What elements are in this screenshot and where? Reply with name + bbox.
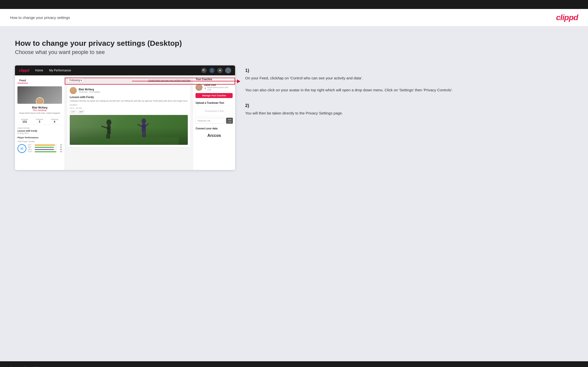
trackman-title: Upload a Trackman Test [196, 102, 233, 104]
post-tags: OTT APP [70, 110, 188, 113]
annotation-arrowhead [237, 79, 240, 83]
app-navbar: clippd Home My Performance 🔍 👤 ✚ 👤 [15, 65, 235, 75]
stat-activities-value: 131 [21, 120, 28, 123]
post-avatar [70, 87, 77, 94]
instruction-1: 1) On your Feed, click/tap on 'Control w… [245, 68, 573, 93]
plus-icon[interactable]: ✚ [217, 68, 223, 73]
stat-following-value: 4 [51, 120, 58, 123]
bar-ott: OTT 90 [28, 144, 62, 146]
feed-tab[interactable]: Feed [17, 78, 28, 83]
svg-rect-0 [79, 137, 179, 145]
svg-rect-11 [144, 132, 146, 137]
manage-coaches-button[interactable]: Manage Your Coaches [196, 93, 233, 98]
profile-avatar-inner [36, 98, 43, 104]
trackman-section: Upload a Trackman Test Trackman Link Add… [196, 102, 233, 124]
following-row: Following ▾ Control who can see your act… [67, 78, 190, 83]
app-nav-my-performance[interactable]: My Performance [49, 69, 71, 72]
app-stats: Activities 131 Followers 3 Following 4 [17, 117, 62, 125]
quality-row: 92 OTT 90 APP 85 [17, 144, 62, 153]
bar-arg: ARG 86 [28, 149, 62, 150]
app-logo: clippd [19, 68, 29, 72]
post-image-svg [70, 115, 188, 145]
svg-point-1 [106, 119, 111, 125]
site-footer: Copyright Clippd 2022 [0, 361, 588, 367]
svg-rect-4 [106, 134, 108, 139]
user-avatar[interactable]: 👤 [225, 67, 231, 73]
stat-followers-label: Followers [36, 118, 43, 120]
instruction-1-text: On your Feed, click/tap on 'Control who … [245, 75, 573, 93]
page-title: How to change your privacy settings [10, 15, 70, 20]
clippd-logo: clippd [556, 13, 578, 22]
latest-date: 03 Aug 2022 [17, 132, 62, 134]
bar-putt: PUTT 96 [28, 151, 62, 153]
annotation-line [132, 81, 240, 81]
quality-bars: OTT 90 APP 85 ARG [28, 144, 62, 153]
quality-label: Total Player Quality [17, 140, 62, 143]
connect-title: Connect your data [196, 127, 233, 130]
connect-section: Connect your data Arccos [196, 127, 233, 140]
performance-header: Player Performance [17, 136, 62, 139]
tag-ott: OTT [70, 110, 77, 113]
stat-following-label: Following [51, 118, 58, 120]
profile-cover-image [17, 86, 62, 104]
coach-name: David Ford [204, 84, 233, 86]
coach-info: David Ford 📍 Royal North Devon Golf Club [204, 84, 233, 91]
latest-value: Lesson with Fordy [17, 130, 62, 132]
add-link-button[interactable]: Add Link [226, 118, 233, 124]
app-body: Feed Blair McHarg Plus Handicap Royal No… [15, 75, 235, 170]
hero-title: How to change your privacy settings (Des… [15, 39, 573, 48]
post-description: Looking to feel like my hands are exitin… [70, 100, 188, 102]
tag-app: APP [78, 110, 85, 113]
app-right-panel: Your Coaches David Ford 📍 Royal North De… [193, 75, 235, 170]
site-header: How to change your privacy settings clip… [0, 9, 588, 27]
connect-brand: Arccos [196, 131, 233, 140]
profile-name: Blair McHarg [17, 106, 62, 109]
svg-rect-5 [108, 134, 110, 139]
stat-followers: Followers 3 [36, 118, 43, 123]
svg-point-6 [141, 118, 146, 124]
post-author-info: Blair McHarg Yesterday · Sunningdale [79, 88, 100, 93]
coach-club: 📍 Royal North Devon Golf Club [204, 86, 233, 91]
latest-label: Latest Activity [17, 127, 62, 129]
svg-rect-7 [142, 124, 146, 132]
trackman-input-row: Add Link [196, 118, 233, 124]
search-icon[interactable]: 🔍 [201, 68, 207, 73]
app-sidebar: Feed Blair McHarg Plus Handicap Royal No… [15, 75, 65, 170]
bar-app: APP 85 [28, 146, 62, 148]
coach-item: David Ford 📍 Royal North Devon Golf Club [196, 84, 233, 91]
instructions-column: 1) On your Feed, click/tap on 'Control w… [245, 65, 573, 126]
stat-activities-label: Activities [21, 118, 28, 120]
app-feed: Following ▾ Control who can see your act… [65, 75, 193, 170]
app-nav-home[interactable]: Home [35, 69, 43, 72]
feed-post: Blair McHarg Yesterday · Sunningdale Les… [67, 85, 190, 147]
main-content: How to change your privacy settings (Des… [0, 27, 588, 361]
profile-sub: Plus Handicap [17, 109, 62, 111]
instruction-2-number: 2) [245, 103, 573, 108]
profile-avatar [36, 97, 44, 104]
app-screenshot: clippd Home My Performance 🔍 👤 ✚ 👤 Feed [15, 65, 235, 170]
content-layout: clippd Home My Performance 🔍 👤 ✚ 👤 Feed [15, 65, 573, 170]
post-date: Yesterday · Sunningdale [79, 91, 100, 93]
trackman-input[interactable] [196, 118, 225, 124]
svg-rect-10 [142, 132, 144, 137]
profile-club: Royal North Devon Golf Club, United King… [17, 112, 62, 114]
instruction-2-text: You will then be taken directly to the P… [245, 110, 573, 116]
svg-rect-2 [107, 125, 111, 134]
post-author-name: Blair McHarg [79, 88, 100, 91]
post-image [70, 115, 188, 145]
location-icon: 📍 [204, 88, 206, 90]
post-duration-label: Duration [70, 104, 188, 106]
stat-following: Following 4 [51, 118, 58, 123]
post-title: Lesson with Fordy [70, 96, 188, 99]
coach-avatar [196, 84, 202, 91]
following-button[interactable]: Following ▾ [67, 78, 84, 83]
stat-activities: Activities 131 [21, 118, 28, 123]
trackman-placeholder: Trackman Link [196, 106, 233, 116]
top-bar [0, 0, 588, 9]
hero-subtitle: Choose what you want people to see [15, 49, 573, 55]
instruction-2: 2) You will then be taken directly to th… [245, 103, 573, 116]
post-header: Blair McHarg Yesterday · Sunningdale [70, 87, 188, 94]
quality-circle: 92 [17, 144, 26, 153]
post-duration-value: 01 hr : 30 min [70, 107, 188, 109]
person-icon[interactable]: 👤 [209, 68, 215, 73]
